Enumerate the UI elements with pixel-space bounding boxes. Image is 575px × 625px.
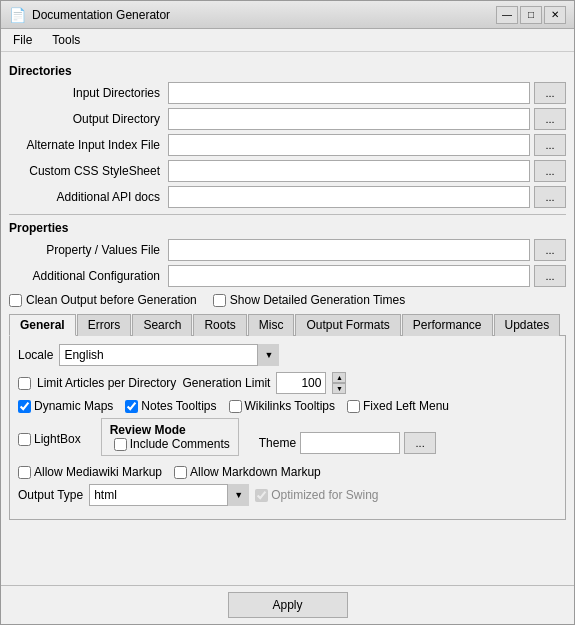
tab-content-general: Locale English French German Spanish ▼ L… [9,336,566,520]
clean-output-row: Clean Output before Generation Show Deta… [9,293,566,307]
tab-performance[interactable]: Performance [402,314,493,336]
main-window: 📄 Documentation Generator — □ ✕ File Too… [0,0,575,625]
limit-articles-checkbox[interactable] [18,377,31,390]
tab-roots[interactable]: Roots [193,314,246,336]
lightbox-label: LightBox [34,432,81,446]
property-values-field[interactable] [168,239,530,261]
review-mode-group: Review Mode Include Comments [101,418,239,460]
tab-general[interactable]: General [9,314,76,336]
close-button[interactable]: ✕ [544,6,566,24]
fixed-left-menu-checkbox[interactable] [347,400,360,413]
notes-tooltips-label: Notes Tooltips [141,399,216,413]
tab-output-formats[interactable]: Output Formats [295,314,400,336]
review-mode-label: Review Mode [110,423,186,437]
optimized-swing-item: Optimized for Swing [255,488,378,502]
custom-css-label: Custom CSS StyleSheet [9,164,164,178]
output-directory-label: Output Directory [9,112,164,126]
allow-mediawiki-item: Allow Mediawiki Markup [18,465,162,479]
input-directories-field[interactable] [168,82,530,104]
apply-bar: Apply [1,585,574,624]
output-directory-field[interactable] [168,108,530,130]
divider-1 [9,214,566,215]
markup-row: Allow Mediawiki Markup Allow Markdown Ma… [18,465,557,479]
output-type-select[interactable]: html pdf xml [89,484,249,506]
custom-css-field[interactable] [168,160,530,182]
alt-input-index-field[interactable] [168,134,530,156]
wikilinks-tooltips-checkbox[interactable] [229,400,242,413]
custom-css-browse[interactable]: ... [534,160,566,182]
dynamic-maps-row: Dynamic Maps Notes Tooltips Wikilinks To… [18,399,557,413]
limit-articles-row: Limit Articles per Directory Generation … [18,372,557,394]
clean-output-checkbox[interactable] [9,294,22,307]
tab-updates[interactable]: Updates [494,314,561,336]
output-directory-browse[interactable]: ... [534,108,566,130]
lightbox-checkbox[interactable] [18,433,31,446]
menu-file[interactable]: File [5,31,40,49]
tab-errors[interactable]: Errors [77,314,132,336]
review-mode-inner: Include Comments [110,437,230,451]
tab-search[interactable]: Search [132,314,192,336]
input-directories-browse[interactable]: ... [534,82,566,104]
locale-select[interactable]: English French German Spanish [59,344,279,366]
title-buttons: — □ ✕ [496,6,566,24]
theme-input[interactable] [300,432,400,454]
theme-group: Theme ... [259,418,436,454]
spinner-down[interactable]: ▼ [332,383,346,394]
wikilinks-tooltips-label: Wikilinks Tooltips [245,399,335,413]
input-directories-label: Input Directories [9,86,164,100]
generation-limit-input[interactable] [276,372,326,394]
fixed-left-menu-item: Fixed Left Menu [347,399,449,413]
additional-config-browse[interactable]: ... [534,265,566,287]
additional-api-row: Additional API docs ... [9,186,566,208]
allow-mediawiki-checkbox[interactable] [18,466,31,479]
tabs-container: General Errors Search Roots Misc Output … [9,313,566,336]
property-values-row: Property / Values File ... [9,239,566,261]
minimize-button[interactable]: — [496,6,518,24]
spinner-up[interactable]: ▲ [332,372,346,383]
show-times-label: Show Detailed Generation Times [230,293,405,307]
include-comments-label: Include Comments [130,437,230,451]
additional-api-field[interactable] [168,186,530,208]
main-content: Directories Input Directories ... Output… [1,52,574,585]
apply-button[interactable]: Apply [228,592,348,618]
dynamic-maps-checkbox[interactable] [18,400,31,413]
locale-select-wrapper: English French German Spanish ▼ [59,344,279,366]
include-comments-checkbox[interactable] [114,438,127,451]
menu-bar: File Tools [1,29,574,52]
app-icon: 📄 [9,7,26,23]
alt-input-index-browse[interactable]: ... [534,134,566,156]
notes-tooltips-checkbox[interactable] [125,400,138,413]
tab-misc[interactable]: Misc [248,314,295,336]
output-select-wrapper: html pdf xml ▼ [89,484,249,506]
fixed-left-menu-label: Fixed Left Menu [363,399,449,413]
theme-label: Theme [259,436,296,450]
properties-header: Properties [9,221,566,235]
lightbox-review-row: LightBox Review Mode Include Comments Th… [18,418,557,460]
window-title: Documentation Generator [32,8,170,22]
dynamic-maps-label: Dynamic Maps [34,399,113,413]
property-values-label: Property / Values File [9,243,164,257]
menu-tools[interactable]: Tools [44,31,88,49]
additional-config-row: Additional Configuration ... [9,265,566,287]
optimized-swing-checkbox[interactable] [255,489,268,502]
show-times-checkbox[interactable] [213,294,226,307]
additional-api-browse[interactable]: ... [534,186,566,208]
output-directory-row: Output Directory ... [9,108,566,130]
lightbox-col: LightBox [18,418,81,446]
dynamic-maps-item: Dynamic Maps [18,399,113,413]
output-type-label: Output Type [18,488,83,502]
property-values-browse[interactable]: ... [534,239,566,261]
additional-config-field[interactable] [168,265,530,287]
allow-markdown-checkbox[interactable] [174,466,187,479]
locale-label: Locale [18,348,53,362]
maximize-button[interactable]: □ [520,6,542,24]
output-type-row: Output Type html pdf xml ▼ Optimized for… [18,484,557,506]
alt-input-index-row: Alternate Input Index File ... [9,134,566,156]
theme-browse[interactable]: ... [404,432,436,454]
generation-limit-label: Generation Limit [182,376,270,390]
allow-markdown-item: Allow Markdown Markup [174,465,321,479]
notes-tooltips-item: Notes Tooltips [125,399,216,413]
optimized-swing-label: Optimized for Swing [271,488,378,502]
allow-mediawiki-label: Allow Mediawiki Markup [34,465,162,479]
additional-config-label: Additional Configuration [9,269,164,283]
